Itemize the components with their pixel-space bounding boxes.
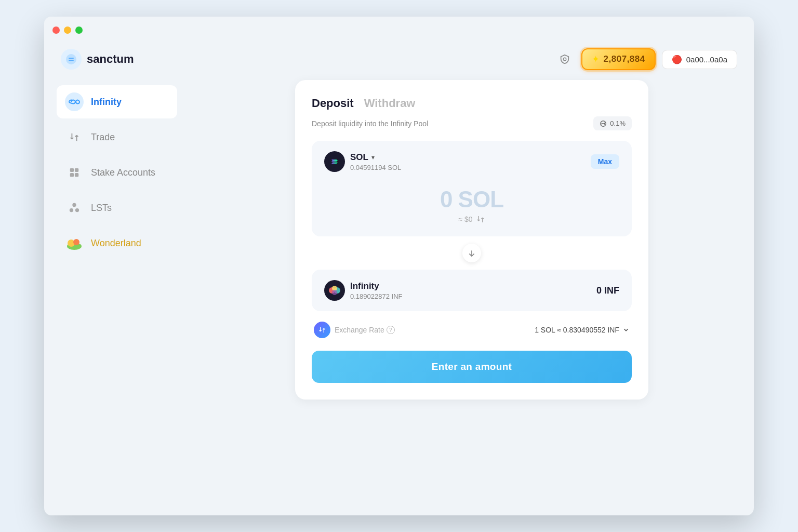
maximize-button[interactable] xyxy=(75,26,83,34)
stake-accounts-label: Stake Accounts xyxy=(91,167,155,178)
exchange-row: Exchange Rate ? 1 SOL ≈ 0.830490552 INF xyxy=(312,311,632,338)
svg-rect-6 xyxy=(70,173,74,177)
chevron-down-exchange-icon[interactable] xyxy=(622,326,630,334)
output-token-name: Infinity xyxy=(350,281,379,291)
deposit-card: Deposit Withdraw Deposit liquidity into … xyxy=(295,80,648,400)
stake-accounts-icon xyxy=(65,163,84,182)
sidebar-item-lsts[interactable]: LSTs xyxy=(57,191,177,224)
app-window: sanctum ✦ 2,807,884 🔴 0a00...0a0a xyxy=(44,17,754,515)
lsts-icon xyxy=(65,198,84,217)
output-header: Infinity 0.189022872 INF 0 INF xyxy=(324,280,619,301)
star-icon: ✦ xyxy=(592,54,600,65)
points-badge[interactable]: ✦ 2,807,884 xyxy=(581,48,656,70)
trade-label: Trade xyxy=(91,132,115,143)
amount-display[interactable]: 0 SOL ≈ $0 xyxy=(324,180,619,226)
app-body: Infinity Trade xyxy=(44,44,754,515)
svg-point-10 xyxy=(75,208,79,212)
inf-logo xyxy=(324,280,345,301)
svg-point-3 xyxy=(563,58,566,61)
max-button[interactable]: Max xyxy=(591,154,619,169)
token-header: SOL ▾ 0.04591194 SOL Max xyxy=(324,151,619,172)
points-value: 2,807,884 xyxy=(604,54,645,64)
infinity-icon xyxy=(65,92,84,111)
infinity-label: Infinity xyxy=(91,97,122,108)
amount-value: 0 SOL xyxy=(324,187,619,212)
logo-icon xyxy=(61,49,82,70)
input-token-box: SOL ▾ 0.04591194 SOL Max 0 SOL xyxy=(312,141,632,236)
close-button[interactable] xyxy=(52,26,60,34)
shield-button[interactable] xyxy=(554,49,575,70)
svg-rect-4 xyxy=(70,168,74,172)
sol-logo xyxy=(324,151,345,172)
output-token-selector: Infinity 0.189022872 INF xyxy=(324,280,402,301)
tab-deposit[interactable]: Deposit xyxy=(312,97,354,112)
slippage-button[interactable]: 0.1% xyxy=(593,116,632,130)
svg-point-0 xyxy=(66,54,76,64)
sidebar: Infinity Trade xyxy=(44,44,190,515)
down-arrow-icon xyxy=(462,244,481,262)
output-token-box: Infinity 0.189022872 INF 0 INF xyxy=(312,270,632,311)
exchange-label: Exchange Rate ? xyxy=(335,326,395,334)
sidebar-item-infinity[interactable]: Infinity xyxy=(57,85,177,118)
amount-usd: ≈ $0 xyxy=(324,215,619,224)
header: sanctum ✦ 2,807,884 🔴 0a00...0a0a xyxy=(44,44,754,75)
wonderland-label: Wonderland xyxy=(91,238,141,249)
subtitle-row: Deposit liquidity into the Infinity Pool… xyxy=(312,116,632,130)
token-balance: 0.04591194 SOL xyxy=(350,164,401,171)
swap-icon[interactable] xyxy=(476,215,485,224)
output-token-balance: 0.189022872 INF xyxy=(350,292,402,300)
wallet-address: 0a00...0a0a xyxy=(686,55,727,64)
info-icon[interactable]: ? xyxy=(387,326,395,334)
svg-point-8 xyxy=(72,203,76,207)
minimize-button[interactable] xyxy=(64,26,71,34)
chevron-down-icon: ▾ xyxy=(371,154,375,161)
sidebar-item-trade[interactable]: Trade xyxy=(57,121,177,154)
token-selector[interactable]: SOL ▾ 0.04591194 SOL xyxy=(324,151,401,172)
exchange-rate-value: 1 SOL ≈ 0.830490552 INF xyxy=(535,326,630,334)
logo-text: sanctum xyxy=(87,52,134,66)
token-info: SOL ▾ 0.04591194 SOL xyxy=(350,152,401,171)
tab-withdraw[interactable]: Withdraw xyxy=(364,97,416,112)
svg-point-13 xyxy=(73,239,79,245)
svg-rect-5 xyxy=(75,168,78,172)
traffic-lights xyxy=(52,26,83,34)
slippage-value: 0.1% xyxy=(610,119,626,127)
svg-point-23 xyxy=(332,290,337,295)
lsts-label: LSTs xyxy=(91,203,112,214)
subtitle-text: Deposit liquidity into the Infinity Pool xyxy=(312,119,428,128)
output-token-info: Infinity 0.189022872 INF xyxy=(350,281,402,300)
cta-button[interactable]: Enter an amount xyxy=(312,351,632,383)
svg-rect-2 xyxy=(69,60,74,61)
arrow-divider xyxy=(312,238,632,268)
output-amount: 0 INF xyxy=(596,285,619,296)
sidebar-item-wonderland[interactable]: Wonderland xyxy=(57,227,177,260)
main-content: Deposit Withdraw Deposit liquidity into … xyxy=(190,44,754,515)
wallet-icon: 🔴 xyxy=(672,55,682,64)
exchange-icon xyxy=(314,322,330,338)
tabs: Deposit Withdraw xyxy=(312,97,632,112)
title-bar xyxy=(44,17,754,44)
usd-value: ≈ $0 xyxy=(458,215,472,223)
trade-icon xyxy=(65,128,84,147)
svg-rect-1 xyxy=(69,58,74,59)
exchange-left: Exchange Rate ? xyxy=(314,322,395,338)
svg-rect-7 xyxy=(75,173,78,177)
logo: sanctum xyxy=(61,49,134,70)
header-right: ✦ 2,807,884 🔴 0a00...0a0a xyxy=(554,48,737,70)
wallet-button[interactable]: 🔴 0a00...0a0a xyxy=(662,50,737,69)
wonderland-icon xyxy=(65,234,84,252)
svg-point-9 xyxy=(70,208,73,212)
token-name: SOL xyxy=(350,152,368,163)
sidebar-item-stake-accounts[interactable]: Stake Accounts xyxy=(57,156,177,189)
